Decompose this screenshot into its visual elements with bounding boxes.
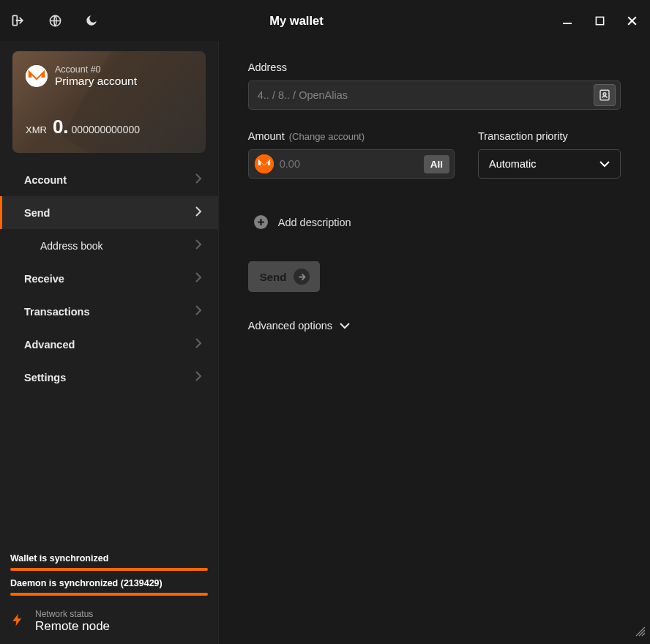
amount-input[interactable]: [280, 158, 418, 170]
nav-label: Receive: [24, 273, 64, 285]
nav-label: Account: [24, 174, 67, 186]
chevron-down-icon: [599, 158, 610, 170]
nav-receive[interactable]: Receive: [0, 262, 218, 295]
priority-value: Automatic: [489, 158, 536, 170]
send-button[interactable]: Send: [248, 261, 321, 292]
add-description-button[interactable]: Add description: [248, 215, 621, 229]
chevron-right-icon: [195, 206, 202, 219]
resize-handle[interactable]: [635, 626, 646, 640]
svg-rect-3: [596, 17, 603, 24]
advanced-options-toggle[interactable]: Advanced options: [248, 320, 621, 332]
chevron-right-icon: [195, 305, 202, 318]
nav-account[interactable]: Account: [0, 163, 218, 196]
network-status-value: Remote node: [35, 619, 110, 634]
chevron-right-icon: [195, 272, 202, 285]
nav: Account Send Address book Receive: [0, 163, 218, 546]
arrow-right-icon: [294, 269, 310, 285]
account-name: Primary account: [55, 75, 137, 88]
account-number-label: Account #0: [55, 64, 137, 75]
address-input[interactable]: [258, 89, 594, 101]
address-book-button[interactable]: [594, 84, 616, 106]
chevron-right-icon: [195, 239, 202, 252]
nav-send[interactable]: Send: [0, 196, 218, 229]
titlebar: My wallet: [0, 0, 650, 41]
sidebar: Account #0 Primary account XMR 0. 000000…: [0, 41, 219, 644]
network-status-label: Network status: [35, 609, 110, 619]
minimize-button[interactable]: [559, 12, 575, 29]
nav-settings[interactable]: Settings: [0, 361, 218, 394]
chevron-right-icon: [195, 338, 202, 351]
chevron-right-icon: [195, 173, 202, 186]
nav-label: Settings: [24, 372, 66, 383]
chevron-down-icon: [340, 320, 350, 332]
nav-label: Send: [24, 207, 50, 219]
nav-label: Transactions: [24, 306, 89, 318]
all-button[interactable]: All: [424, 155, 449, 173]
window-title: My wallet: [34, 14, 559, 28]
nav-advanced[interactable]: Advanced: [0, 328, 218, 361]
svg-rect-0: [13, 15, 18, 25]
address-input-wrap: [248, 80, 621, 110]
svg-point-9: [255, 154, 274, 173]
balance-decimal: 000000000000: [72, 124, 140, 135]
balance-integer: 0.: [53, 116, 69, 138]
amount-label: Amount (Change account): [248, 130, 455, 142]
daemon-sync-status: Daemon is synchronized (2139429): [10, 578, 208, 588]
nav-label: Address book: [40, 240, 103, 252]
address-label: Address: [248, 61, 621, 73]
send-panel: Address Amount (Change account) All: [219, 41, 650, 644]
wallet-sync-status: Wallet is synchronized: [10, 553, 208, 564]
close-button[interactable]: [624, 12, 640, 29]
network-status-row[interactable]: Network status Remote node: [10, 609, 208, 634]
monero-logo-icon: [26, 65, 48, 87]
balance-currency: XMR: [26, 124, 47, 135]
chevron-right-icon: [195, 371, 202, 383]
nav-address-book[interactable]: Address book: [0, 229, 218, 262]
svg-point-8: [603, 93, 606, 96]
advanced-options-label: Advanced options: [248, 320, 332, 332]
logout-icon[interactable]: [10, 12, 26, 29]
plus-icon: [254, 215, 268, 229]
change-account-link[interactable]: (Change account): [289, 131, 365, 142]
nav-label: Advanced: [24, 339, 75, 351]
monero-mini-icon: [255, 154, 274, 173]
priority-select[interactable]: Automatic: [478, 149, 621, 179]
amount-label-text: Amount: [248, 130, 285, 142]
lightning-icon: [10, 610, 25, 633]
account-card[interactable]: Account #0 Primary account XMR 0. 000000…: [12, 51, 206, 153]
wallet-sync-bar: [10, 568, 208, 571]
maximize-button[interactable]: [591, 12, 608, 29]
nav-transactions[interactable]: Transactions: [0, 295, 218, 328]
amount-input-wrap: All: [248, 149, 455, 179]
add-description-label: Add description: [278, 217, 351, 228]
priority-label: Transaction priority: [478, 130, 621, 142]
sidebar-status: Wallet is synchronized Daemon is synchro…: [0, 546, 218, 644]
daemon-sync-bar: [10, 593, 208, 596]
send-button-label: Send: [260, 271, 287, 283]
